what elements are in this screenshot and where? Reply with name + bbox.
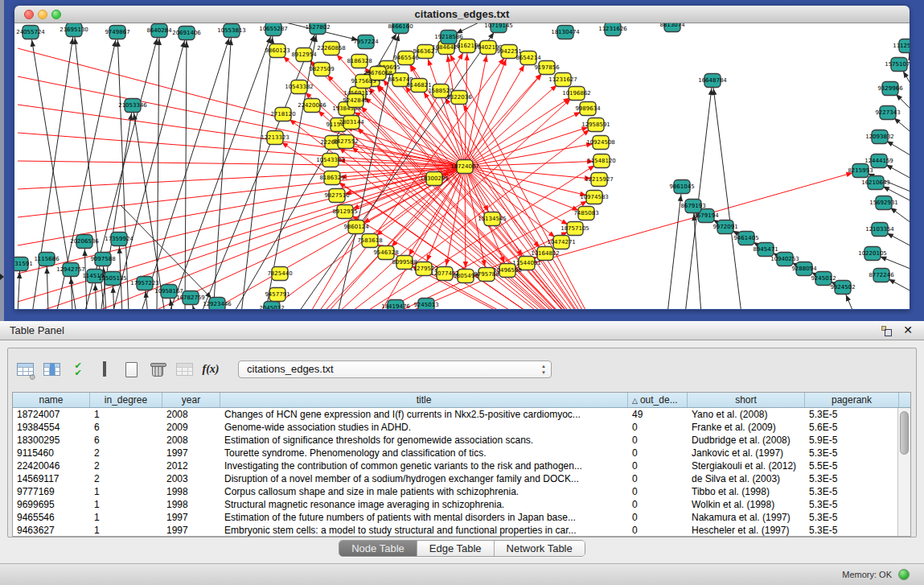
table-cell: 1 bbox=[90, 524, 162, 537]
new-document-icon[interactable] bbox=[121, 359, 142, 380]
table-cell: 0 bbox=[628, 434, 688, 447]
table-row[interactable]: 946554611997Estimation of the future num… bbox=[13, 511, 910, 524]
column-icon[interactable] bbox=[41, 359, 62, 380]
edge-arrowhead bbox=[73, 38, 78, 44]
graph-node-label: 10553813 bbox=[217, 27, 246, 34]
graph-node-label: 8640284 bbox=[146, 27, 172, 34]
table-cell: 0 bbox=[628, 485, 688, 498]
graph-node-label: 9860124 bbox=[343, 224, 369, 230]
float-panel-icon[interactable] bbox=[881, 326, 892, 336]
table-cell: 0 bbox=[628, 447, 688, 459]
table-cell: Stergiakouli et al. (2012) bbox=[688, 459, 805, 472]
graph-node-label: 8912955 bbox=[332, 208, 357, 215]
graph-node-label: 16210643 bbox=[861, 179, 890, 186]
import-table-icon[interactable] bbox=[174, 359, 195, 380]
citation-network-graph[interactable]: 1872400711548120122159271097458374850831… bbox=[14, 23, 910, 309]
vertical-scrollbar[interactable] bbox=[897, 408, 910, 536]
edge-arrowhead bbox=[464, 54, 469, 60]
graph-node-label: 16648784 bbox=[698, 77, 727, 84]
graph-node-label: 12923446 bbox=[203, 301, 232, 307]
graph-node-label: 13505135 bbox=[98, 275, 127, 282]
edge-arrowhead bbox=[117, 247, 122, 253]
rows-icon[interactable] bbox=[94, 359, 115, 380]
table-selector-combobox[interactable]: citations_edges.txt ▲▼ bbox=[238, 360, 552, 378]
tab-network-table[interactable]: Network Table bbox=[495, 541, 585, 556]
table-cell: Wolkin et al. (1998) bbox=[688, 498, 805, 511]
table-row[interactable]: 977716911998Corpus callosum shape and si… bbox=[13, 485, 910, 498]
network-canvas[interactable]: 1872400711548120122159271097458374850831… bbox=[14, 23, 910, 309]
table-cell: 0 bbox=[628, 421, 688, 434]
table-cell: 1 bbox=[90, 485, 162, 498]
table-row[interactable]: 2242004622012Investigating the contribut… bbox=[13, 459, 910, 472]
column-header-out_de[interactable]: △out_de... bbox=[628, 393, 688, 407]
edge-arrowhead bbox=[427, 254, 432, 262]
column-header-pagerank[interactable]: pagerank bbox=[805, 393, 899, 407]
graph-node-label: 10940253 bbox=[770, 256, 799, 262]
network-view-region: citations_edges.txt 18724007115481201221… bbox=[0, 0, 924, 321]
graph-edge bbox=[84, 31, 159, 309]
graph-node-label: 21053346 bbox=[118, 102, 147, 109]
column-header-name[interactable]: name bbox=[13, 393, 90, 407]
graph-node-label: 1588520 bbox=[428, 88, 453, 94]
table-cell: 5.3E-5 bbox=[805, 524, 899, 537]
table-cell: 9463627 bbox=[13, 524, 90, 537]
graph-node-label: 10719145 bbox=[484, 23, 513, 29]
memory-status-led[interactable] bbox=[898, 569, 910, 580]
table-row[interactable]: 946362711997Embryonic stem cells: a mode… bbox=[13, 524, 910, 537]
edge-arrowhead bbox=[519, 65, 524, 72]
table-row[interactable]: 1456911722003Disruption of a novel membe… bbox=[13, 472, 910, 485]
column-header-in_degree[interactable]: in_degree bbox=[90, 393, 162, 407]
table-body: 1872400712008Changes of HCN gene express… bbox=[13, 408, 910, 537]
table-cell: 2 bbox=[90, 447, 162, 459]
graph-node-label: 9242848 bbox=[343, 97, 368, 104]
edge-arrowhead bbox=[428, 59, 433, 66]
splitter-collapse-icon[interactable] bbox=[0, 274, 4, 280]
column-header-year[interactable]: year bbox=[162, 393, 220, 407]
graph-node-label: 11279522 bbox=[409, 266, 438, 272]
graph-node-label: 18757105 bbox=[561, 225, 589, 232]
column-header-short[interactable]: short bbox=[688, 393, 805, 407]
close-panel-icon[interactable]: ✕ bbox=[903, 323, 913, 337]
graph-edge bbox=[213, 31, 232, 309]
graph-node-label: 8099588 bbox=[392, 259, 417, 266]
graph-node-label: 11125198 bbox=[893, 43, 910, 49]
table-row[interactable]: 1872400712008Changes of HCN gene express… bbox=[13, 408, 910, 421]
table-cell: 9777169 bbox=[13, 485, 90, 498]
graph-node-label: 8427552 bbox=[333, 138, 358, 145]
table-panel-header[interactable]: Table Panel ✕ bbox=[0, 321, 924, 340]
tab-node-table[interactable]: Node Table bbox=[339, 541, 417, 556]
table-selector-value: citations_edges.txt bbox=[247, 363, 334, 375]
tab-edge-table[interactable]: Edge Table bbox=[417, 541, 495, 556]
table-cell: 5.3E-5 bbox=[805, 408, 899, 421]
graph-node-label: 8186329 bbox=[319, 175, 344, 181]
graph-node-label: 13164812 bbox=[531, 250, 560, 257]
network-window-titlebar[interactable]: citations_edges.txt bbox=[14, 6, 910, 23]
graph-node-label: 12103354 bbox=[865, 226, 894, 233]
delete-icon[interactable] bbox=[147, 359, 168, 380]
table-type-segmented-control: Node TableEdge TableNetwork Table bbox=[339, 540, 585, 557]
table-cell: 2 bbox=[90, 472, 162, 485]
table-tabs-row: Node TableEdge TableNetwork Table bbox=[0, 540, 924, 561]
graph-node-label: 11231627 bbox=[548, 76, 577, 83]
table-cell: Disruption of a novel member of a sodium… bbox=[220, 472, 628, 485]
column-header-title[interactable]: title bbox=[220, 393, 628, 407]
graph-node-label: 3931591 bbox=[14, 261, 33, 267]
table-row[interactable]: 969969511998Structural magnetic resonanc… bbox=[13, 498, 910, 511]
validate-columns-icon[interactable]: ✔✔ bbox=[68, 359, 88, 380]
edge-arrowhead bbox=[44, 267, 49, 274]
window-title: citations_edges.txt bbox=[14, 8, 910, 20]
table-row[interactable]: 1830029562008Estimation of significance … bbox=[13, 434, 910, 447]
table-cell: 22420046 bbox=[13, 459, 90, 472]
table-settings-icon[interactable]: ⚙ bbox=[14, 359, 35, 380]
table-row[interactable]: 1938455462009Genome-wide association stu… bbox=[13, 421, 910, 434]
function-builder-icon[interactable]: f(x) bbox=[200, 359, 221, 380]
table-header-row: namein_degreeyeartitle△out_de...shortpag… bbox=[13, 393, 910, 408]
graph-node-label: 9457791 bbox=[265, 291, 290, 298]
table-row[interactable]: 911546021997Tourette syndrome. Phenomeno… bbox=[13, 447, 910, 459]
table-cell: 6 bbox=[90, 421, 162, 434]
graph-node-label: 7583618 bbox=[357, 237, 382, 244]
graph-node-label: 2803144 bbox=[339, 119, 364, 126]
scrollbar-thumb[interactable] bbox=[900, 411, 909, 455]
table-cell: Embryonic stem cells: a model to study s… bbox=[220, 524, 628, 537]
edge-arrowhead bbox=[488, 32, 494, 39]
